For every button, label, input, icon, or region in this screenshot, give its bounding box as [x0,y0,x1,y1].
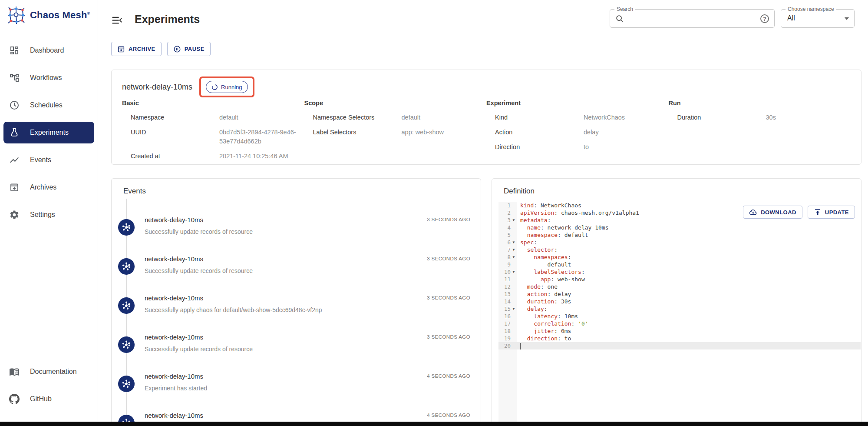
search-icon [615,14,624,23]
dropdown-caret-icon [845,17,849,20]
spinner-icon [211,84,218,90]
yaml-line: 14 duration: 30s [498,298,861,305]
namespace-select-value: All [787,14,795,22]
sidebar-item-label: Dashboard [30,47,64,54]
events-card: Events network-delay-10ms Successfully u… [111,178,481,426]
detail-row: Namespace default [122,113,304,122]
sidebar-item-events[interactable]: Events [3,149,94,171]
yaml-line: 13 action: delay [498,290,861,298]
event-description: Successfully update records of resource [145,346,253,353]
events-card-title: Events [112,179,481,196]
pause-button[interactable]: PAUSE [167,42,211,56]
yaml-line: 10▼ labelSelectors: [498,268,861,276]
namespace-select[interactable]: Choose namespace All [781,9,855,28]
sidebar-item-documentation[interactable]: Documentation [3,361,94,383]
fold-arrow-icon[interactable]: ▼ [511,218,517,222]
sidebar-item-label: Settings [30,211,55,219]
fold-arrow-icon[interactable]: ▼ [511,240,517,244]
sidebar-item-archives[interactable]: Archives [3,176,94,198]
archive-button[interactable]: ARCHIVE [111,42,162,56]
event-description: Successfully apply chaos for default/web… [145,306,322,313]
sidebar-item-settings[interactable]: Settings [3,204,94,226]
event-title: network-delay-10ms [145,216,203,223]
event-timestamp: 3 SECONDS AGO [427,334,470,339]
toolbar: ARCHIVE PAUSE [111,42,211,56]
detail-row: Direction to [486,143,669,152]
fold-arrow-icon[interactable]: ▼ [511,270,517,274]
sidebar-item-dashboard[interactable]: Dashboard [3,40,94,61]
help-icon[interactable]: ? [760,14,769,23]
mesh-node-icon [118,219,135,236]
sidebar-nav: Dashboard Workflows Schedules Experiment… [0,40,98,231]
download-button[interactable]: DOWNLOAD [743,206,802,219]
overview-section-basic: Basic Namespace default UUID 0bd7d5f3-28… [122,100,304,166]
archive-icon [9,182,20,193]
fold-arrow-icon[interactable]: ▼ [511,248,517,252]
main-content: Experiments Search ? Choose namespace Al… [98,0,868,426]
sidebar-bottom-nav: Documentation GitHub [0,361,98,426]
update-button[interactable]: UPDATE [808,206,855,219]
sidebar-item-workflows[interactable]: Workflows [3,67,94,89]
yaml-line: 17 correlation: '0' [498,320,861,327]
event-title: network-delay-10ms [145,412,203,419]
dashboard-icon [9,45,20,56]
book-icon [9,366,20,377]
detail-row: Duration 30s [669,113,851,122]
bottom-screen-bar [0,422,868,426]
yaml-line: 12 mode: one [498,283,861,290]
yaml-line: 6▼spec: [498,239,861,246]
section-title: Scope [304,100,487,106]
event-description: Successfully update records of resource [145,267,253,274]
mesh-node-icon [118,297,135,314]
event-description: Successfully update records of resource [145,228,253,235]
yaml-editor[interactable]: 1kind: NetworkChaos 2apiVersion: chaos-m… [492,202,861,426]
fold-arrow-icon[interactable]: ▼ [511,307,517,311]
gear-icon [9,210,20,220]
chaos-mesh-logo-icon [7,6,26,25]
status-badge-label: Running [221,84,242,90]
event-timestamp: 3 SECONDS AGO [427,217,470,222]
sidebar-item-label: Experiments [30,129,69,136]
sidebar-item-experiments[interactable]: Experiments [3,122,94,143]
search-input[interactable] [627,11,749,26]
mesh-node-icon [118,258,135,275]
clock-icon [9,100,20,110]
yaml-line: 19 direction: to [498,335,861,342]
sidebar-item-schedules[interactable]: Schedules [3,94,94,116]
yaml-line: 8▼ namespaces: [498,253,861,261]
archive-button-label: ARCHIVE [129,46,155,52]
event-row: network-delay-10ms Successfully update r… [112,239,481,278]
yaml-line: 5 namespace: default [498,231,861,239]
section-title: Experiment [486,100,669,106]
fold-arrow-icon[interactable]: ▼ [511,255,517,259]
event-row: network-delay-10ms Successfully update r… [112,317,481,356]
detail-row: Kind NetworkChaos [486,113,669,122]
brand-name: Chaos Mesh® [30,10,90,21]
yaml-line: 15▼ delay: [498,305,861,313]
chart-line-icon [9,155,20,165]
section-title: Basic [122,100,304,106]
event-timestamp: 3 SECONDS AGO [427,256,470,261]
mesh-node-icon [118,376,135,392]
sidebar-item-github[interactable]: GitHub [3,388,94,410]
detail-row: UUID 0bd7d5f3-2894-4278-9e46-53e77d4d662… [122,128,304,146]
experiment-name: network-delay-10ms [122,83,192,92]
download-button-label: DOWNLOAD [761,209,796,216]
yaml-line: 11 app: web-show [498,276,861,283]
detail-row: Namespace Selectors default [304,113,487,122]
event-row: network-delay-10ms Experiment has starte… [112,356,481,396]
detail-row: Created at 2021-11-24 10:25:46 AM [122,152,304,161]
menu-open-icon[interactable] [111,14,123,26]
brand-logo[interactable]: Chaos Mesh® [0,0,98,29]
update-button-label: UPDATE [825,209,849,216]
events-timeline: network-delay-10ms Successfully update r… [112,200,481,426]
chaos-mesh-dashboard: Chaos Mesh® Dashboard Workflows Schedule… [0,0,868,426]
definition-card: Definition 1kind: NetworkChaos 2apiVersi… [492,178,861,426]
experiment-overview-card: network-delay-10ms Running Basic Namespa… [111,70,861,165]
status-badge: Running [206,81,248,93]
publish-icon [814,208,822,216]
detail-row: Action delay [486,128,669,137]
flask-icon [9,127,20,138]
event-row: network-delay-10ms Successfully apply ch… [112,278,481,317]
event-description: Experiment has started [145,385,207,392]
